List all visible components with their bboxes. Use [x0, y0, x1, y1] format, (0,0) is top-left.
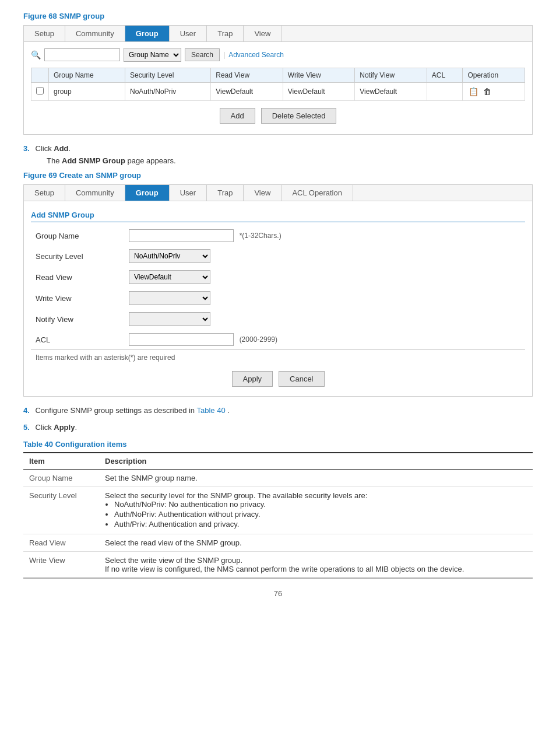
table40-title: Table 40 Configuration items — [23, 440, 533, 449]
step5-number: 5. — [23, 423, 30, 432]
cancel-button[interactable]: Cancel — [279, 371, 324, 387]
tab-setup[interactable]: Setup — [24, 26, 65, 41]
col-checkbox — [31, 68, 49, 83]
step5: 5. Click Apply. — [23, 423, 533, 432]
step5-text: Click — [35, 423, 54, 432]
col-read-view: Read View — [211, 68, 283, 83]
config-desc-read-view: Select the read view of the SNMP group. — [99, 534, 533, 552]
write-view-desc-2: If no write view is configured, the NMS … — [105, 565, 527, 573]
step4-number: 4. — [23, 406, 30, 415]
advanced-search-link[interactable]: Advanced Search — [228, 51, 284, 59]
add-snmp-group-title: Add SNMP Group — [31, 207, 525, 222]
config-row-read-view: Read View Select the read view of the SN… — [23, 534, 533, 552]
label-read-view: Read View — [31, 267, 124, 288]
bullet-noauth: NoAuth/NoPriv: No authentication no priv… — [114, 500, 527, 509]
label-group-name: Group Name — [31, 226, 124, 246]
step4-text2: . — [227, 406, 230, 415]
form-row-security-level: Security Level NoAuth/NoPriv Auth/NoPriv… — [31, 246, 525, 267]
config-col-desc: Description — [99, 453, 533, 470]
input-acl[interactable] — [129, 333, 234, 346]
search-field-select[interactable]: Group Name — [124, 48, 181, 62]
select-write-view[interactable] — [129, 291, 210, 305]
step3-sub: The Add SNMP Group page appears. — [47, 156, 533, 165]
tab-community[interactable]: Community — [65, 26, 125, 41]
row-checkbox[interactable] — [36, 87, 44, 94]
pipe-separator: | — [223, 51, 225, 59]
form-row-write-view: Write View — [31, 288, 525, 309]
select-security-level[interactable]: NoAuth/NoPriv Auth/NoPriv Auth/Priv — [129, 249, 210, 263]
step4-text: Configure SNMP group settings as describ… — [35, 406, 196, 415]
table40-link[interactable]: Table 40 — [196, 406, 225, 415]
search-icon: 🔍 — [31, 50, 41, 60]
fig69-tab-acl[interactable]: ACL Operation — [281, 185, 353, 201]
tab-group[interactable]: Group — [125, 26, 170, 41]
cell-group-name: group — [49, 83, 125, 101]
cell-write-view: ViewDefault — [283, 83, 355, 101]
cell-notify-view: ViewDefault — [355, 83, 427, 101]
step5-bold: Apply — [54, 423, 75, 432]
figure-69-title: Figure 69 Create an SNMP group — [23, 171, 533, 180]
tab-view[interactable]: View — [244, 26, 281, 41]
security-bullets: NoAuth/NoPriv: No authentication no priv… — [114, 500, 527, 528]
add-snmp-group-form: Group Name *(1-32Chars.) Security Level … — [31, 226, 525, 349]
cell-security-level: NoAuth/NoPriv — [125, 83, 210, 101]
col-operation: Operation — [463, 68, 525, 83]
config-table: Item Description Group Name Set the SNMP… — [23, 452, 533, 579]
step4: 4. Configure SNMP group settings as desc… — [23, 406, 533, 415]
config-item-security: Security Level — [23, 487, 99, 534]
form-row-group-name: Group Name *(1-32Chars.) — [31, 226, 525, 246]
cell-read-view: ViewDefault — [211, 83, 283, 101]
fig69-tab-trap[interactable]: Trap — [207, 185, 244, 201]
search-input[interactable] — [44, 48, 120, 61]
form-row-acl: ACL (2000-2999) — [31, 330, 525, 349]
step3-text: Click — [35, 144, 54, 153]
step3: 3. Click Add. — [23, 144, 533, 153]
col-write-view: Write View — [283, 68, 355, 83]
label-write-view: Write View — [31, 288, 124, 309]
col-notify-view: Notify View — [355, 68, 427, 83]
page-number: 76 — [23, 589, 533, 598]
step3-sub-bold: Add SNMP Group — [62, 156, 125, 165]
copy-icon[interactable]: 📋 — [467, 86, 479, 97]
form-row-notify-view: Notify View — [31, 309, 525, 330]
config-item-group-name: Group Name — [23, 470, 99, 487]
step3-bold: Add — [54, 144, 68, 153]
required-note: Items marked with an asterisk(*) are req… — [31, 349, 525, 365]
cell-acl — [427, 83, 463, 101]
fig69-panel: Setup Community Group User Trap View ACL… — [23, 184, 533, 397]
select-notify-view[interactable] — [129, 312, 210, 326]
snmp-group-table: Group Name Security Level Read View Writ… — [31, 68, 525, 101]
fig69-tab-community[interactable]: Community — [65, 185, 125, 201]
fig69-tab-user[interactable]: User — [170, 185, 207, 201]
write-view-desc-1: Select the write view of the SNMP group. — [105, 556, 527, 565]
delete-icon[interactable]: 🗑 — [481, 86, 493, 97]
select-read-view[interactable]: ViewDefault — [129, 270, 210, 284]
label-notify-view: Notify View — [31, 309, 124, 330]
config-col-item: Item — [23, 453, 99, 470]
tab-trap[interactable]: Trap — [207, 26, 244, 41]
apply-button[interactable]: Apply — [232, 371, 273, 387]
form-row-read-view: Read View ViewDefault — [31, 267, 525, 288]
fig68-tab-bar: Setup Community Group User Trap View — [24, 26, 532, 42]
label-acl: ACL — [31, 330, 124, 349]
search-button[interactable]: Search — [185, 48, 220, 61]
delete-selected-button[interactable]: Delete Selected — [261, 108, 337, 124]
input-group-name[interactable] — [129, 229, 234, 242]
fig69-tab-group[interactable]: Group — [125, 185, 170, 201]
config-item-read-view: Read View — [23, 534, 99, 552]
hint-acl: (2000-2999) — [240, 335, 277, 344]
config-desc-write-view: Select the write view of the SNMP group.… — [99, 552, 533, 579]
bullet-auth-nopriv: Auth/NoPriv: Authentication without priv… — [114, 510, 527, 519]
fig69-tab-setup[interactable]: Setup — [24, 185, 65, 201]
fig68-panel: Setup Community Group User Trap View 🔍 G… — [23, 25, 533, 135]
step3-number: 3. — [23, 144, 30, 153]
config-desc-group-name: Set the SNMP group name. — [99, 470, 533, 487]
col-group-name: Group Name — [49, 68, 125, 83]
add-button[interactable]: Add — [220, 108, 255, 124]
fig69-tab-view[interactable]: View — [244, 185, 281, 201]
security-desc-text: Select the security level for the SNMP g… — [105, 491, 367, 500]
label-security-level: Security Level — [31, 246, 124, 267]
hint-group-name: *(1-32Chars.) — [240, 232, 281, 240]
config-row-write-view: Write View Select the write view of the … — [23, 552, 533, 579]
tab-user[interactable]: User — [170, 26, 207, 41]
